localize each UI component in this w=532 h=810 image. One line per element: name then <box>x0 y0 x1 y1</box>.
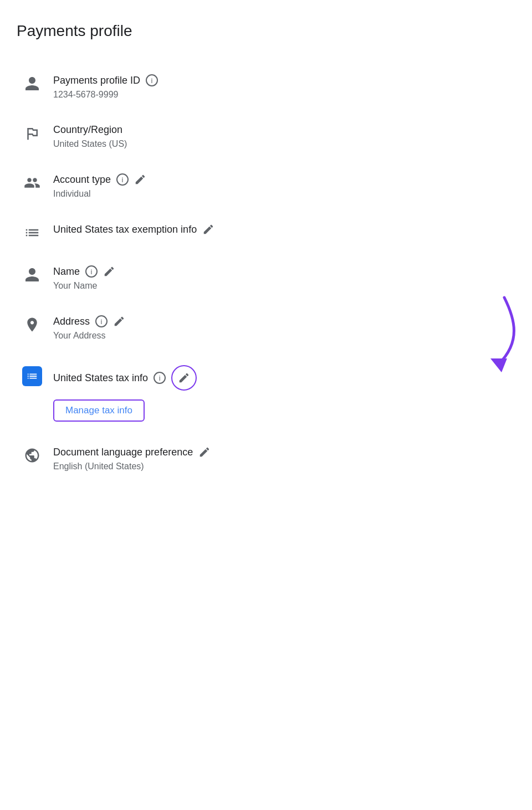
globe-icon <box>17 447 48 464</box>
account-type-value: Individual <box>53 189 515 199</box>
name-content: Name i Your Name <box>48 265 515 291</box>
address-info-icon[interactable]: i <box>95 315 108 327</box>
manage-tax-info-button[interactable]: Manage tax info <box>53 399 145 422</box>
doc-language-value: English (United States) <box>53 462 515 471</box>
tax-exemption-item: United States tax exemption info <box>17 211 515 253</box>
profile-id-label: Payments profile ID <box>53 75 140 86</box>
country-item: Country/Region United States (US) <box>17 112 515 161</box>
account-type-info-icon[interactable]: i <box>116 173 129 186</box>
tax-info-item: United States tax info i Manage tax info <box>17 353 515 434</box>
name-value: Your Name <box>53 281 515 291</box>
tax-info-info-icon[interactable]: i <box>154 372 166 384</box>
profile-id-content: Payments profile ID i 1234-5678-9999 <box>48 74 515 100</box>
country-label: Country/Region <box>53 124 122 136</box>
country-value: United States (US) <box>53 139 515 149</box>
profile-id-value: 1234-5678-9999 <box>53 90 515 100</box>
tax-info-list-icon <box>17 366 48 386</box>
address-item: Address i Your Address <box>17 303 515 353</box>
profile-id-info-icon[interactable]: i <box>146 74 158 86</box>
name-item: Name i Your Name <box>17 253 515 303</box>
account-type-edit-icon[interactable] <box>134 173 146 186</box>
person-icon <box>17 75 48 92</box>
tax-exemption-edit-icon[interactable] <box>202 223 214 235</box>
account-type-label: Account type <box>53 174 111 186</box>
address-content: Address i Your Address <box>48 315 515 341</box>
tax-info-content: United States tax info i Manage tax info <box>48 365 515 422</box>
name-person-icon <box>17 266 48 283</box>
account-icon <box>17 175 48 191</box>
account-type-content: Account type i Individual <box>48 173 515 199</box>
page-title: Payments profile <box>17 22 515 40</box>
doc-language-item: Document language preference English (Un… <box>17 434 515 484</box>
location-icon <box>17 316 48 333</box>
name-label: Name <box>53 266 80 278</box>
country-content: Country/Region United States (US) <box>48 124 515 149</box>
address-edit-icon[interactable] <box>113 315 125 327</box>
doc-language-edit-icon[interactable] <box>198 446 211 458</box>
doc-language-content: Document language preference English (Un… <box>48 446 515 471</box>
blue-list-icon-bg <box>22 366 42 386</box>
name-info-icon[interactable]: i <box>85 265 98 278</box>
flag-icon <box>17 125 48 142</box>
tax-exemption-label: United States tax exemption info <box>53 224 197 235</box>
tax-info-circled-edit-button[interactable] <box>171 365 197 391</box>
profile-items-list: Payments profile ID i 1234-5678-9999 Cou… <box>17 62 515 484</box>
address-value: Your Address <box>53 331 515 341</box>
profile-id-item: Payments profile ID i 1234-5678-9999 <box>17 62 515 112</box>
address-label: Address <box>53 316 90 327</box>
tax-exemption-content: United States tax exemption info <box>48 223 515 239</box>
list-icon <box>17 224 48 241</box>
tax-info-label: United States tax info <box>53 372 148 384</box>
account-type-item: Account type i Individual <box>17 161 515 211</box>
doc-language-label: Document language preference <box>53 447 193 458</box>
name-edit-icon[interactable] <box>103 265 115 278</box>
